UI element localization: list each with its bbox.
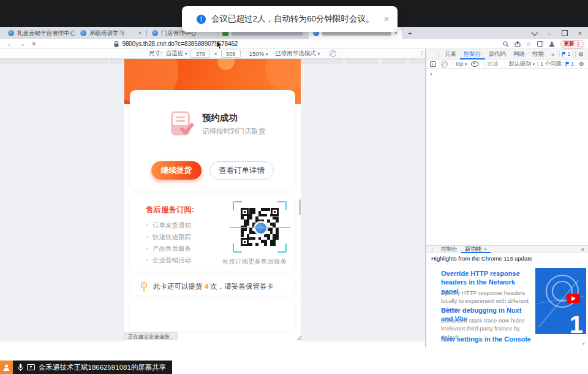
- microphone-icon: [18, 364, 23, 372]
- device-toolbar: 尺寸: 自适应 ▾ × 150% ▾ 已停用节流模式 ▾ ⋮: [0, 49, 425, 59]
- context-selector[interactable]: top ▾: [456, 61, 467, 67]
- tab-separator: [75, 30, 75, 36]
- devtools-tab-console[interactable]: 控制台: [460, 49, 485, 59]
- share-icon[interactable]: [514, 41, 521, 47]
- more-tabs-icon[interactable]: »: [548, 49, 558, 59]
- drawer-tab-whats-new[interactable]: 新功能×: [461, 245, 491, 253]
- tab-gift-admin[interactable]: 礼盒营销平台管理中心 ×: [4, 27, 74, 39]
- order-success-icon: [167, 110, 195, 138]
- share-avatar: [0, 361, 13, 374]
- share-text: 金禾通技术王斌18662591081的屏幕共享: [39, 363, 166, 372]
- forward-icon[interactable]: →: [19, 40, 26, 47]
- devtools-panel: 元素 控制台 源代码 网络 性能 » 1 ⚙ ⋮ × top ▾ 过滤 默认级别…: [425, 49, 588, 347]
- mouse-cursor: [216, 40, 224, 50]
- issues-badge[interactable]: 1: [559, 50, 573, 58]
- devtools-tab-performance[interactable]: 性能: [529, 49, 548, 59]
- chevron-down-icon: ▾: [266, 52, 268, 56]
- clear-console-icon[interactable]: [441, 61, 448, 67]
- browser-toolbar: ← → × 9800ys.th28.cn/r.do?c=838588907557…: [0, 39, 588, 49]
- tab-favicon: [152, 30, 158, 36]
- devtools-tab-elements[interactable]: 元素: [441, 49, 460, 59]
- bookmark-star-icon[interactable]: ☆: [526, 41, 532, 47]
- lock-icon: [114, 41, 119, 47]
- rotate-disabled-icon: [330, 50, 336, 57]
- chevron-down-icon: ▾: [532, 62, 535, 66]
- console-settings-icon[interactable]: ⚙: [579, 61, 584, 67]
- devtools-tab-sources[interactable]: 源代码: [485, 49, 510, 59]
- devtools-settings-icon[interactable]: ⚙: [578, 51, 584, 58]
- screen: 礼盒营销平台管理中心 × 系统培训学习 × 门店管理中心 × + –: [0, 0, 588, 374]
- whats-new-body: Override HTTP response headers in the Ne…: [426, 264, 588, 347]
- pickup-tip-card: 此卡还可以提货 4 次，请妥善保管券卡: [130, 277, 295, 296]
- scroll-down-icon[interactable]: ▾: [582, 342, 585, 346]
- tab-training[interactable]: 系统培训学习 ×: [76, 27, 146, 39]
- zoom-icon[interactable]: [503, 41, 509, 47]
- play-button-icon[interactable]: [567, 294, 580, 303]
- live-expression-eye-icon[interactable]: [471, 61, 478, 67]
- tip-text: 此卡还可以提货 4 次，请妥善保管券卡: [153, 282, 274, 291]
- side-panel-icon[interactable]: [537, 41, 543, 47]
- devtools-tabbar: 元素 控制台 源代码 网络 性能 » 1 ⚙ ⋮ ×: [426, 49, 588, 59]
- profile-avatar-icon[interactable]: [549, 41, 555, 47]
- window-close-icon[interactable]: ×: [578, 29, 582, 37]
- drawer-menu-icon[interactable]: ⋮: [429, 246, 435, 253]
- console-sidebar-icon[interactable]: [430, 61, 436, 67]
- viewport-width-input[interactable]: [190, 50, 210, 58]
- update-label: 更新: [564, 40, 575, 48]
- meeting-toast: ! 会议已超过2人，自动转为60分钟限时会议。 ×: [182, 6, 398, 32]
- lightbulb-icon: [140, 281, 148, 291]
- tab-label: 系统培训学习: [89, 29, 124, 37]
- tab-favicon: [80, 30, 86, 36]
- issues-count: 1: [571, 61, 574, 67]
- continue-pickup-button[interactable]: 继续提货: [151, 161, 202, 180]
- devtools-tab-network[interactable]: 网络: [510, 49, 529, 59]
- list-item: 产品售后服务: [146, 243, 191, 254]
- success-title: 预约成功: [202, 112, 266, 124]
- info-icon: !: [197, 15, 206, 24]
- size-label: 尺寸:: [149, 50, 162, 58]
- size-mode-select[interactable]: 自适应 ▾: [166, 50, 187, 58]
- emulated-page: 预约成功 记得按时到门店取货 继续提货 查看订单详情 售后服务订阅: 订单发货通…: [124, 59, 301, 342]
- menu-dots-icon: ⋮: [576, 41, 581, 47]
- qr-code-frame[interactable]: [233, 201, 287, 253]
- success-card: 预约成功 记得按时到门店取货 继续提货 查看订单详情: [130, 90, 295, 191]
- whats-new-link[interactable]: New settings in the Console: [441, 335, 532, 343]
- whats-new-video-thumbnail[interactable]: 1: [535, 268, 586, 334]
- success-subtitle: 记得按时到门店取货: [202, 127, 266, 136]
- toolbar-actions: ☆ 更新 ⋮: [503, 40, 584, 48]
- page-scrollbar[interactable]: [299, 199, 301, 215]
- tab-close-icon[interactable]: ×: [484, 246, 487, 252]
- drawer-tab-console[interactable]: 控制台: [437, 245, 461, 253]
- qr-logo-icon: [254, 221, 268, 235]
- drawer-close-icon[interactable]: ×: [581, 246, 584, 253]
- update-button[interactable]: 更新 ⋮: [560, 40, 585, 48]
- view-order-button[interactable]: 查看订单详情: [209, 161, 274, 180]
- tab-search-chevron-icon[interactable]: [531, 29, 538, 36]
- divider: [453, 61, 453, 67]
- qr-finder-icon: [241, 238, 249, 246]
- chevron-down-icon: ▾: [185, 52, 187, 56]
- toast-close-icon[interactable]: ×: [384, 14, 389, 24]
- screen-share-icon: [27, 364, 35, 371]
- minimize-icon[interactable]: –: [548, 30, 551, 37]
- stop-icon[interactable]: ×: [32, 40, 36, 47]
- qr-corner-icon: [277, 201, 287, 210]
- qr-finder-icon: [271, 208, 279, 216]
- tab-close-icon[interactable]: ×: [138, 30, 141, 36]
- decor-circle: [265, 59, 301, 91]
- issues-counter[interactable]: 1 个问题:: [540, 60, 563, 68]
- throttling-select[interactable]: 已停用节流模式 ▾: [275, 50, 320, 58]
- log-level-select[interactable]: 默认级别 ▾: [509, 60, 535, 68]
- viewport-height-input[interactable]: [221, 50, 241, 58]
- zoom-select[interactable]: 150% ▾: [249, 50, 268, 57]
- console-output[interactable]: ›: [426, 69, 588, 245]
- resize-corner-icon[interactable]: [296, 335, 302, 341]
- maximize-icon[interactable]: [562, 30, 568, 36]
- ruler-block: [0, 59, 108, 64]
- subscribe-list: 订单发货通知 快递轨迹跟踪 产品售后服务 企业营销活动: [146, 219, 191, 266]
- console-filter-input[interactable]: 过滤: [488, 60, 499, 68]
- new-tab-icon[interactable]: +: [408, 29, 412, 37]
- flag-icon: [565, 61, 570, 67]
- back-icon[interactable]: ←: [6, 40, 13, 47]
- device-bar-menu-icon[interactable]: ⋮: [419, 50, 425, 57]
